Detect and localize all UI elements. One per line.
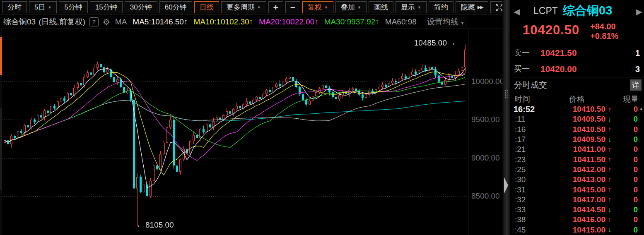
- tick-price: 10410.50: [545, 125, 605, 134]
- tick-row: :3110415.00↑0: [510, 185, 641, 194]
- bid-quantity: 3: [635, 65, 640, 74]
- button-label: 15分钟: [95, 2, 117, 12]
- change-percent: +0.81%: [590, 31, 618, 41]
- period-button-60min[interactable]: 60分钟: [159, 1, 192, 13]
- hide-button[interactable]: 隐藏▶▶: [456, 1, 488, 13]
- drag-grip-icon[interactable]: [504, 89, 508, 98]
- display-button[interactable]: 显示▼: [396, 1, 427, 13]
- tick-table-header: 时间 价格 现量: [510, 94, 641, 104]
- tick-price: 10411.50: [545, 155, 605, 164]
- tick-volume: 0: [614, 135, 641, 144]
- button-label: 30分钟: [130, 2, 152, 12]
- gear-icon[interactable]: ⚙: [103, 17, 110, 27]
- tick-volume: 0: [614, 145, 641, 154]
- more-periods-button[interactable]: 更多周期▼: [221, 1, 266, 13]
- ma30-value: MA30:9937.92↑: [324, 17, 379, 26]
- tick-price: 10410.50: [545, 105, 605, 114]
- button-label: 简约: [434, 2, 448, 12]
- tick-time: :33: [510, 205, 545, 214]
- ma-label: MA30:9937.92: [324, 17, 376, 26]
- tick-price: 10412.00: [545, 165, 605, 174]
- low-price-annotation: ←8105.00: [135, 221, 174, 230]
- tick-price: 10414.50: [545, 205, 605, 214]
- tick-price: 10417.00: [545, 195, 605, 204]
- tick-time: :23: [510, 155, 545, 164]
- quote-panel: ◀ LCPT 综合铜03 ▶ 10420.50 +84.00 +0.81% 卖一…: [510, 0, 644, 235]
- panel-splitter[interactable]: [502, 0, 510, 235]
- ask-label: 卖一: [514, 48, 530, 58]
- tick-row: :2510412.00↑0: [510, 165, 641, 175]
- right-arrow-icon: →: [448, 38, 456, 47]
- ma-group-label: MA: [115, 17, 127, 26]
- left-strip-grey-segment: [0, 108, 2, 190]
- period-button-5day[interactable]: 5日▼: [29, 1, 57, 13]
- column-time: 时间: [510, 94, 545, 105]
- tick-volume: 0: [614, 225, 641, 235]
- draw-line-button[interactable]: 画线: [369, 1, 393, 13]
- period-button-5min[interactable]: 5分钟: [59, 1, 87, 13]
- button-label: 画线: [374, 2, 388, 12]
- button-label: 60分钟: [165, 2, 187, 12]
- next-symbol-arrow-icon[interactable]: ▶: [636, 7, 642, 17]
- price-down-icon: ↓: [605, 225, 614, 234]
- period-button-30min[interactable]: 30分钟: [125, 1, 157, 13]
- chart-period-subtitle: (日线,前复权): [39, 17, 85, 27]
- scroll-up-icon[interactable]: ▲: [639, 106, 644, 111]
- overlay-button[interactable]: 叠加▼: [335, 1, 367, 13]
- divider: [510, 93, 644, 93]
- tick-time: :32: [510, 195, 545, 204]
- button-label: 更多周期: [227, 2, 255, 12]
- left-strip-orange-segment: [0, 37, 2, 75]
- simple-mode-button[interactable]: 简约: [429, 1, 453, 13]
- period-button-time[interactable]: 分时: [2, 1, 27, 13]
- tick-volume: 0: [614, 205, 641, 214]
- zoom-in-button[interactable]: +: [268, 1, 283, 13]
- tick-volume: 0: [614, 215, 641, 224]
- tick-volume: 0: [614, 165, 641, 174]
- trend-up-icon: ↑: [249, 17, 253, 26]
- ma-settings-button[interactable]: 设置均线▼: [425, 17, 467, 27]
- period-button-15min[interactable]: 15分钟: [90, 1, 123, 13]
- prev-symbol-arrow-icon[interactable]: ◀: [514, 7, 520, 17]
- chevron-down-icon: ▼: [48, 5, 51, 10]
- trading-app-window: 分时 5日▼ 5分钟 15分钟 30分钟 60分钟 日线 更多周期▼ + − 复…: [0, 0, 644, 235]
- tick-volume: 0: [614, 175, 641, 184]
- zoom-out-button[interactable]: −: [285, 1, 300, 13]
- chart-header: 综合铜03 (日线,前复权) ? ⚙ MA MA5:10146.50↑ MA10…: [0, 15, 502, 29]
- tick-row: :1710409.50↓0: [510, 134, 641, 144]
- tick-time: :38: [510, 215, 545, 224]
- price-up-icon: ↑: [605, 125, 614, 134]
- button-label: 显示: [401, 2, 415, 12]
- detail-button[interactable]: 详: [630, 79, 642, 91]
- tick-row: :3310414.50↓0: [510, 205, 641, 215]
- chart-toolbar: 分时 5日▼ 5分钟 15分钟 30分钟 60分钟 日线 更多周期▼ + − 复…: [0, 0, 502, 15]
- candlestick-chart[interactable]: 10485.00→ ←8105.00: [0, 29, 468, 235]
- price-down-icon: ↓: [605, 115, 614, 124]
- tick-volume: 0: [614, 155, 641, 164]
- adjustment-button[interactable]: 复权▼: [302, 1, 333, 13]
- tick-list[interactable]: 16:5210410.50↑0:1110409.50↓0:1610410.50↑…: [510, 104, 641, 235]
- price-up-icon: ↑: [605, 185, 614, 194]
- tick-time: :31: [510, 185, 545, 194]
- ask-quantity: 1: [635, 48, 640, 58]
- tick-row: :3810416.00↑0: [510, 215, 641, 225]
- tick-section-header: 分时成交 详: [510, 77, 644, 93]
- tick-volume: 0: [614, 105, 641, 114]
- price-down-icon: ↓: [605, 206, 614, 214]
- help-icon[interactable]: ?: [89, 17, 99, 26]
- button-label: 5分钟: [64, 2, 82, 12]
- tick-price: 10409.50: [545, 115, 605, 124]
- tick-section-title: 分时成交: [514, 79, 547, 91]
- tick-time: :11: [510, 115, 545, 124]
- price-up-icon: ↑: [605, 105, 614, 114]
- tick-row: :2310411.50↑0: [510, 154, 641, 164]
- tick-price: 10409.50: [545, 135, 605, 144]
- button-label: +: [273, 2, 278, 12]
- candlestick-canvas[interactable]: [0, 29, 468, 235]
- price-axis: 10000.00 9500.00 9000.00 8500.00: [468, 29, 503, 235]
- collapse-panel-arrow-icon[interactable]: [504, 177, 508, 194]
- double-right-arrow-icon: ▶▶: [478, 5, 483, 10]
- period-button-daily-active[interactable]: 日线: [194, 1, 219, 13]
- price-up-icon: ↑: [605, 216, 614, 224]
- ma60-value-truncated: MA60:98: [385, 17, 417, 26]
